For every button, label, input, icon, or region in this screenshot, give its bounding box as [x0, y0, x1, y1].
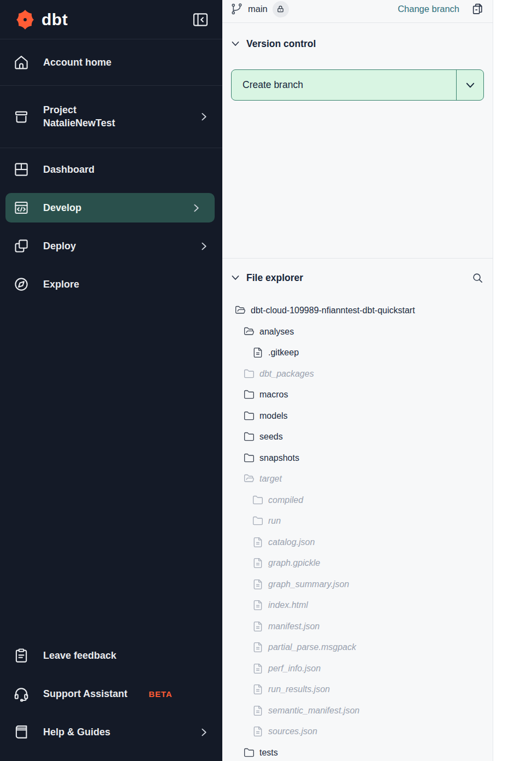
sidebar-item-develop[interactable]: Develop — [5, 193, 215, 223]
tree-item[interactable]: models — [231, 406, 484, 427]
sidebar-item-deploy[interactable]: Deploy — [0, 227, 222, 265]
file-explorer-header[interactable]: File explorer — [231, 267, 484, 288]
create-branch-dropdown-toggle[interactable] — [456, 70, 483, 100]
sidebar-item-dashboard[interactable]: Dashboard — [0, 150, 222, 189]
chevron-right-icon — [192, 203, 201, 213]
tree-item[interactable]: run — [231, 511, 484, 532]
sidebar-item-label: Help & Guides — [43, 727, 186, 738]
tree-item-label: target — [259, 474, 282, 484]
sidebar-item-label: Develop — [43, 202, 178, 214]
tree-item-label: .gitkeep — [268, 348, 299, 358]
chevron-down-icon — [231, 39, 240, 48]
tree-item-label: graph.gpickle — [268, 558, 320, 568]
editor-area-edge — [493, 0, 532, 761]
file-icon — [252, 663, 263, 674]
sidebar-item-label: Project — [43, 104, 186, 116]
sidebar-nav: Dashboard Develop — [0, 148, 222, 303]
tree-item-label: snapshots — [259, 453, 299, 463]
file-icon — [252, 347, 263, 358]
dbt-logo-icon — [13, 8, 37, 32]
tree-item-label: compiled — [268, 495, 303, 505]
tree-item[interactable]: snapshots — [231, 448, 484, 469]
tree-item[interactable]: dbt_packages — [231, 364, 484, 385]
branch-lock-badge[interactable] — [273, 1, 289, 17]
change-branch-link[interactable]: Change branch — [398, 4, 459, 14]
create-branch-button[interactable]: Create branch — [232, 70, 456, 100]
chevron-right-icon — [199, 728, 209, 737]
tree-item-label: dbt_packages — [259, 369, 314, 379]
file-icon — [252, 537, 263, 548]
tree-item[interactable]: semantic_manifest.json — [231, 700, 484, 722]
sidebar-project-name: NatalieNewTest — [43, 118, 186, 129]
tree-item[interactable]: sources.json — [231, 721, 484, 742]
sidebar-item-label: Deploy — [43, 241, 186, 252]
tree-item[interactable]: seeds — [231, 426, 484, 448]
file-icon — [252, 600, 263, 611]
file-icon — [252, 558, 263, 569]
sidebar-item-label: Explore — [43, 279, 209, 290]
tree-item-label: macros — [259, 390, 288, 400]
tree-item-label: dbt-cloud-109989-nfianntest-dbt-quicksta… — [251, 306, 415, 315]
tree-item[interactable]: run_results.json — [231, 679, 484, 700]
tree-item-label: models — [259, 411, 288, 421]
section-title: File explorer — [246, 272, 303, 284]
chevron-down-icon — [465, 80, 475, 90]
tree-item-label: perf_info.json — [268, 664, 321, 674]
tree-item[interactable]: .gitkeep — [231, 342, 484, 364]
tree-item-label: sources.json — [268, 727, 317, 736]
sidebar-item-support-assistant[interactable]: Support Assistant BETA — [0, 675, 222, 713]
sidebar-item-label: Support Assistant — [43, 688, 127, 700]
tree-item[interactable]: catalog.json — [231, 532, 484, 553]
sidebar-item-label: Leave feedback — [43, 650, 209, 662]
branch-bar: main Change branch — [222, 0, 493, 23]
tree-item[interactable]: manifest.json — [231, 616, 484, 637]
folder-icon — [252, 495, 263, 506]
sidebar-item-help-guides[interactable]: Help & Guides — [0, 713, 222, 751]
file-explorer-section: File explorer dbt-cloud-109989-nfianntes… — [222, 259, 493, 761]
tree-item-label: semantic_manifest.json — [268, 706, 359, 716]
tree-item[interactable]: compiled — [231, 490, 484, 511]
dbt-logo[interactable]: dbt — [13, 8, 68, 32]
sidebar-item-leave-feedback[interactable]: Leave feedback — [0, 636, 222, 675]
beta-badge: BETA — [149, 689, 209, 699]
tree-item[interactable]: macros — [231, 384, 484, 406]
tree-item-label: partial_parse.msgpack — [268, 642, 356, 652]
folder-icon — [244, 411, 255, 422]
tree-item[interactable]: tests — [231, 742, 484, 761]
collapse-sidebar-icon[interactable] — [192, 11, 209, 28]
tree-item-label: run_results.json — [268, 684, 330, 694]
sidebar-logo-row: dbt — [0, 0, 222, 39]
tree-item-label: manifest.json — [268, 622, 320, 631]
sidebar-item-label: Account home — [43, 57, 111, 68]
sidebar-item-project[interactable]: Project NatalieNewTest — [0, 86, 222, 148]
develop-code-window-icon — [13, 200, 29, 216]
tree-item[interactable]: partial_parse.msgpack — [231, 637, 484, 658]
current-branch-name: main — [248, 4, 268, 14]
tree-item[interactable]: target — [231, 469, 484, 490]
dashboard-grid-icon — [13, 161, 29, 178]
sidebar: dbt Account home Project — [0, 0, 222, 761]
tree-item[interactable]: analyses — [231, 321, 484, 343]
tree-item-label: tests — [259, 748, 278, 758]
version-control-header[interactable]: Version control — [231, 32, 484, 56]
copy-icon[interactable] — [471, 2, 484, 16]
search-icon[interactable] — [471, 272, 484, 284]
book-icon — [13, 724, 29, 740]
file-icon — [252, 726, 263, 737]
file-icon — [252, 684, 263, 695]
file-icon — [252, 705, 263, 716]
create-branch-split-button: Create branch — [231, 69, 484, 101]
tree-item[interactable]: perf_info.json — [231, 658, 484, 680]
tree-item-label: graph_summary.json — [268, 579, 349, 589]
tree-item[interactable]: dbt-cloud-109989-nfianntest-dbt-quicksta… — [231, 300, 484, 321]
tree-item[interactable]: index.html — [231, 595, 484, 616]
deploy-layers-icon — [13, 238, 29, 254]
sidebar-item-explore[interactable]: Explore — [0, 265, 222, 303]
folder-icon — [244, 453, 255, 464]
project-archive-icon — [13, 109, 29, 125]
tree-item[interactable]: graph.gpickle — [231, 553, 484, 574]
lock-icon — [276, 5, 285, 13]
folder-open-icon — [235, 305, 246, 316]
tree-item[interactable]: graph_summary.json — [231, 574, 484, 595]
sidebar-item-account-home[interactable]: Account home — [0, 39, 222, 86]
